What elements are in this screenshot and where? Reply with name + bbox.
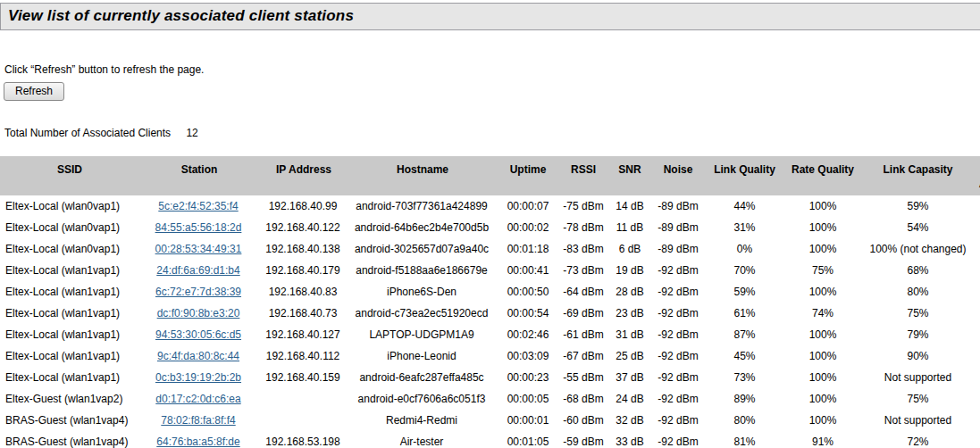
station-mac-link[interactable]: 9c:4f:da:80:8c:44 <box>157 350 239 362</box>
page-title-bar: View list of currently associated client… <box>0 3 980 30</box>
cell-station: 94:53:30:05:6c:d5 <box>138 324 259 345</box>
cell-link_capasity: 68% <box>860 260 976 281</box>
cell-uptime: 00:01:18 <box>497 238 559 260</box>
cell-link_capasity: Not supported <box>860 367 976 388</box>
table-row: Eltex-Local (wlan1vap1)94:53:30:05:6c:d5… <box>0 324 980 345</box>
station-mac-link[interactable]: 6c:72:e7:7d:38:39 <box>155 286 241 298</box>
subheader-spacer <box>0 178 976 195</box>
station-mac-link[interactable]: 00:28:53:34:49:31 <box>155 243 242 255</box>
station-mac-link[interactable]: dc:f0:90:8b:e3:20 <box>157 307 240 319</box>
cell-station: 00:28:53:34:49:31 <box>138 238 259 260</box>
cell-rssi: -78 dBm <box>559 217 607 238</box>
cell-ssid: Eltex-Local (wlan0vap1) <box>0 195 138 217</box>
cell-rssi: -73 dBm <box>559 260 607 281</box>
cell-snr: 31 dB <box>607 324 652 345</box>
cell-rssi: -55 dBm <box>559 367 607 388</box>
cell-snr: 25 dB <box>607 345 652 367</box>
cell-uptime: 00:00:23 <box>497 367 559 388</box>
cell-rate_quality: 75% <box>785 260 860 281</box>
cell-ip <box>259 410 347 431</box>
cell-authorized: Yes <box>976 324 980 345</box>
cell-hostname: android-6eafc287effa485c <box>347 367 497 388</box>
cell-rate_quality: 100% <box>785 388 860 410</box>
station-mac-link[interactable]: 5c:e2:f4:52:35:f4 <box>158 200 238 212</box>
column-header-ssid: SSID <box>0 156 138 178</box>
cell-station: 6c:72:e7:7d:38:39 <box>138 281 259 303</box>
cell-ip: 192.168.40.73 <box>259 303 347 324</box>
cell-hostname: android-703f77361a424899 <box>347 195 497 217</box>
cell-link_quality: 80% <box>704 410 785 431</box>
cell-rate_quality: 100% <box>785 367 860 388</box>
column-header-link-capasity: Link Capasity <box>860 156 976 178</box>
cell-rate_quality: 100% <box>785 345 860 367</box>
cell-ssid: Eltex-Local (wlan1vap1) <box>0 367 138 388</box>
table-header: SSID Station IP Address Hostname Uptime … <box>0 156 980 195</box>
cell-link_capasity: 54% <box>860 217 976 238</box>
column-header-station: Station <box>138 156 259 178</box>
cell-station: 0c:b3:19:19:2b:2b <box>138 367 259 388</box>
station-mac-link[interactable]: 94:53:30:05:6c:d5 <box>155 328 241 341</box>
cell-hostname: android-64b6ec2b4e700d5b <box>347 217 497 238</box>
cell-ip: 192.168.40.159 <box>259 367 347 388</box>
cell-rssi: -61 dBm <box>559 324 607 345</box>
cell-link_capasity: 80% <box>860 281 976 303</box>
cell-ip: 192.168.40.83 <box>259 281 347 303</box>
cell-authorized: Yes <box>976 345 980 367</box>
table-row: Eltex-Local (wlan0vap1)5c:e2:f4:52:35:f4… <box>0 195 980 217</box>
cell-rssi: -60 dBm <box>559 410 607 431</box>
cell-ssid: Eltex-Local (wlan1vap1) <box>0 345 138 367</box>
cell-snr: 24 dB <box>607 388 652 410</box>
cell-ssid: BRAS-Guest (wlan1vap4) <box>0 410 138 431</box>
cell-rssi: -75 dBm <box>559 195 607 217</box>
associated-clients-table: SSID Station IP Address Hostname Uptime … <box>0 156 980 448</box>
cell-uptime: 00:00:41 <box>497 260 559 281</box>
cell-ssid: Eltex-Local (wlan1vap1) <box>0 260 138 281</box>
cell-uptime: 00:00:02 <box>497 217 559 238</box>
cell-authorized: Yes <box>976 303 980 324</box>
cell-link_quality: 81% <box>704 431 785 448</box>
total-clients-line: Total Number of Associated Clients 12 <box>4 127 980 139</box>
cell-ip <box>259 388 347 410</box>
cell-noise: -92 dBm <box>652 431 704 448</box>
table-header-row: SSID Station IP Address Hostname Uptime … <box>0 156 980 178</box>
cell-hostname: android-f5188aa6e186679e <box>347 260 497 281</box>
station-mac-link[interactable]: d0:17:c2:0d:c6:ea <box>155 393 240 405</box>
cell-authorized: Yes <box>976 431 980 448</box>
cell-ssid: Eltex-Local (wlan1vap1) <box>0 281 138 303</box>
cell-link_capasity: 90% <box>860 345 976 367</box>
cell-link_quality: 44% <box>704 195 785 217</box>
cell-authorized: Yes <box>976 195 980 217</box>
cell-hostname: iPhone6S-Den <box>347 281 497 303</box>
station-mac-link[interactable]: 0c:b3:19:19:2b:2b <box>155 371 241 384</box>
column-header-snr: SNR <box>607 156 652 178</box>
cell-authorized: Yes <box>976 217 980 238</box>
cell-ip: 192.168.53.198 <box>259 431 347 448</box>
column-header-rssi: RSSI <box>559 156 607 178</box>
cell-rssi: -64 dBm <box>559 281 607 303</box>
station-mac-link[interactable]: 64:76:ba:a5:8f:de <box>156 436 239 448</box>
cell-uptime: 00:03:09 <box>497 345 559 367</box>
cell-rate_quality: 100% <box>785 324 860 345</box>
table-row: Eltex-Local (wlan1vap1)24:df:6a:69:d1:b4… <box>0 260 980 281</box>
cell-link_capasity: Not supported <box>860 410 976 431</box>
cell-hostname: Redmi4-Redmi <box>347 410 497 431</box>
refresh-button[interactable]: Refresh <box>4 82 64 101</box>
column-header-rate-quality: Rate Quality <box>785 156 860 178</box>
station-mac-link[interactable]: 24:df:6a:69:d1:b4 <box>156 264 239 277</box>
cell-snr: 32 dB <box>607 410 652 431</box>
cell-noise: -92 dBm <box>652 303 704 324</box>
page-title: View list of currently associated client… <box>8 7 979 25</box>
table-row: BRAS-Guest (wlan1vap4)64:76:ba:a5:8f:de1… <box>0 431 980 448</box>
cell-snr: 33 dB <box>607 431 652 448</box>
column-header-ip-address: IP Address <box>259 156 347 178</box>
station-mac-link[interactable]: 78:02:f8:fa:8f:f4 <box>161 414 235 427</box>
cell-noise: -92 dBm <box>652 260 704 281</box>
cell-link_quality: 0% <box>704 238 785 260</box>
cell-uptime: 00:00:50 <box>497 281 559 303</box>
cell-ssid: Eltex-Local (wlan1vap1) <box>0 324 138 345</box>
cell-authorized: Yes <box>976 388 980 410</box>
cell-uptime: 00:00:05 <box>497 388 559 410</box>
cell-noise: -92 dBm <box>652 367 704 388</box>
station-mac-link[interactable]: 84:55:a5:56:18:2d <box>155 221 242 234</box>
cell-ssid: Eltex-Local (wlan1vap1) <box>0 303 138 324</box>
